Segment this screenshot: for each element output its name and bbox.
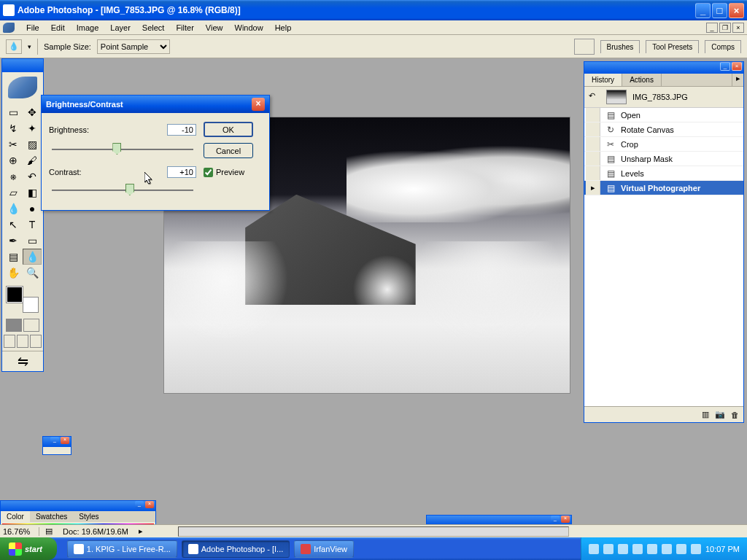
tray-icon[interactable] — [603, 544, 614, 554]
status-menu-arrow[interactable]: ▸ — [139, 526, 143, 536]
history-step[interactable]: ✂Crop — [584, 137, 743, 152]
contrast-slider[interactable] — [52, 184, 193, 197]
panel-close[interactable]: × — [61, 437, 69, 444]
horizontal-scrollbar[interactable] — [178, 526, 569, 537]
brush-tool[interactable]: 🖌 — [23, 152, 42, 168]
shape-tool[interactable]: ▭ — [23, 233, 42, 249]
marquee-tool[interactable]: ▭ — [4, 104, 23, 120]
panel-close[interactable]: × — [732, 62, 742, 71]
mdi-close[interactable]: × — [732, 23, 744, 33]
clock[interactable]: 10:07 PM — [705, 545, 740, 553]
jump-to-imageready[interactable]: ⇋ — [2, 351, 43, 371]
standard-mode[interactable] — [6, 319, 22, 332]
menu-view[interactable]: View — [200, 22, 229, 34]
mdi-restore[interactable]: ❐ — [719, 23, 731, 33]
taskbar-item[interactable]: Adobe Photoshop - [I... — [182, 540, 290, 558]
menu-file[interactable]: File — [20, 22, 45, 34]
screen-full[interactable] — [30, 335, 42, 348]
cancel-button[interactable]: Cancel — [204, 143, 253, 158]
eyedropper-tool[interactable]: 💧 — [23, 249, 42, 265]
zoom-level[interactable]: 16.76% — [3, 527, 39, 536]
brightness-input[interactable] — [167, 124, 196, 136]
history-step[interactable]: ▤Levels — [584, 166, 743, 181]
tray-icon[interactable] — [632, 544, 643, 554]
dodge-tool[interactable]: ● — [23, 201, 42, 217]
type-tool[interactable]: T — [23, 217, 42, 233]
toolbox-titlebar[interactable] — [2, 59, 43, 72]
move-tool[interactable]: ✥ — [23, 104, 42, 120]
tray-icon[interactable] — [676, 544, 686, 554]
dialog-titlebar[interactable]: Brightness/Contrast × — [42, 96, 269, 113]
screen-standard[interactable] — [4, 335, 15, 348]
history-step[interactable]: ▤Open — [584, 108, 743, 122]
history-brush-source-icon[interactable]: ↶ — [589, 91, 600, 103]
brightness-slider[interactable] — [52, 143, 193, 156]
tray-icon[interactable] — [618, 544, 628, 554]
pen-tool[interactable]: ✒ — [4, 233, 23, 249]
menu-select[interactable]: Select — [136, 22, 171, 34]
taskbar-item[interactable]: IrfanView — [294, 540, 354, 558]
history-brush-tool[interactable]: ↶ — [23, 168, 42, 184]
contrast-input[interactable] — [167, 166, 196, 178]
history-step[interactable]: ▸▤Virtual Photographer — [584, 181, 743, 195]
status-icon[interactable]: ▤ — [45, 526, 53, 536]
panel-minimize[interactable]: _ — [720, 62, 730, 71]
notes-tool[interactable]: ▤ — [4, 249, 23, 265]
blur-tool[interactable]: 💧 — [4, 201, 23, 217]
dialog-close-button[interactable]: × — [252, 98, 265, 111]
eyedropper-icon[interactable]: 💧 — [6, 39, 22, 54]
ok-button[interactable]: OK — [204, 122, 253, 137]
stamp-tool[interactable]: ⎈ — [4, 168, 23, 184]
navigator-panel-collapsed[interactable]: _× — [42, 436, 71, 455]
panel-minimize[interactable]: _ — [50, 437, 59, 444]
close-button[interactable]: × — [729, 3, 744, 18]
eraser-tool[interactable]: ▱ — [4, 184, 23, 201]
start-button[interactable]: start — [0, 537, 57, 560]
tray-icon[interactable] — [662, 544, 672, 554]
trash-icon[interactable]: 🗑 — [731, 411, 739, 419]
color-swatches[interactable] — [5, 285, 40, 314]
mdi-minimize[interactable]: _ — [706, 23, 718, 33]
screen-menubar[interactable] — [17, 335, 28, 348]
hand-tool[interactable]: ✋ — [4, 265, 23, 281]
quickmask-mode[interactable] — [23, 319, 39, 332]
taskbar-item[interactable]: 1. KPIG - Live Free-R... — [67, 540, 177, 558]
tab-color[interactable]: Color — [1, 511, 30, 522]
preview-checkbox[interactable] — [204, 168, 213, 177]
lasso-tool[interactable]: ↯ — [4, 120, 23, 136]
panel-minimize[interactable]: _ — [551, 516, 560, 523]
menu-filter[interactable]: Filter — [170, 22, 199, 34]
gradient-tool[interactable]: ◧ — [23, 184, 42, 201]
palette-well-button[interactable] — [574, 39, 595, 55]
menu-image[interactable]: Image — [71, 22, 105, 34]
minimize-button[interactable]: _ — [695, 3, 711, 18]
history-snapshot[interactable]: ↶ IMG_7853.JPG — [584, 87, 743, 108]
menu-layer[interactable]: Layer — [104, 22, 136, 34]
tray-icon[interactable] — [691, 544, 701, 554]
tab-history[interactable]: History — [584, 74, 622, 86]
panel-close[interactable]: × — [561, 516, 570, 523]
well-tab-brushes[interactable]: Brushes — [600, 40, 640, 53]
zoom-tool[interactable]: 🔍 — [23, 265, 42, 281]
wand-tool[interactable]: ✦ — [23, 120, 42, 136]
tray-icon[interactable] — [647, 544, 657, 554]
tab-styles[interactable]: Styles — [73, 511, 104, 522]
crop-tool[interactable]: ✂ — [4, 136, 23, 152]
well-tab-comps[interactable]: Comps — [705, 40, 741, 53]
slice-tool[interactable]: ▨ — [23, 136, 42, 152]
panel-titlebar[interactable]: _ × — [584, 62, 743, 74]
maximize-button[interactable]: □ — [712, 3, 727, 18]
panel-close[interactable]: × — [145, 501, 154, 508]
panel-minimize[interactable]: _ — [135, 501, 144, 508]
tab-actions[interactable]: Actions — [622, 74, 662, 86]
panel-menu-button[interactable]: ▸ — [732, 74, 743, 86]
foreground-color[interactable] — [7, 287, 23, 303]
new-doc-icon[interactable]: ▥ — [702, 410, 709, 419]
menu-window[interactable]: Window — [229, 22, 269, 34]
menu-help[interactable]: Help — [269, 22, 298, 34]
tray-icon[interactable] — [589, 544, 599, 554]
sample-size-select[interactable]: Point Sample — [97, 39, 170, 54]
history-step[interactable]: ▤Unsharp Mask — [584, 152, 743, 166]
menu-edit[interactable]: Edit — [45, 22, 71, 34]
snapshot-icon[interactable]: 📷 — [715, 410, 725, 419]
